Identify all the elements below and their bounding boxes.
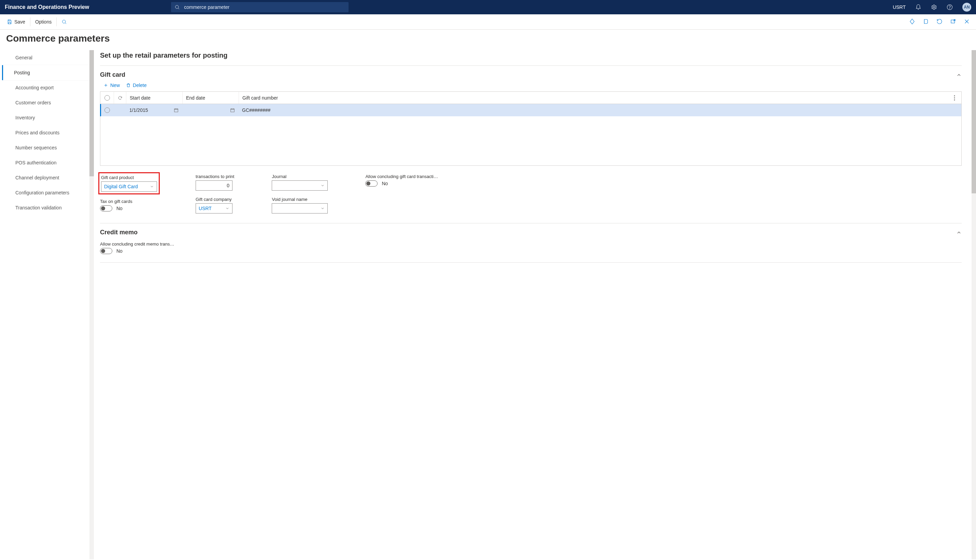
label-gift-card-product: Gift card product	[101, 175, 157, 180]
cell-gift-card-number[interactable]: GC########	[239, 104, 948, 116]
nav-item-pos-authentication[interactable]: POS authentication	[2, 155, 89, 170]
nav-item-inventory[interactable]: Inventory	[2, 110, 89, 125]
col-start-date[interactable]: Start date	[126, 92, 183, 104]
grid-more-icon[interactable]	[948, 95, 961, 101]
toggle-tax-on-gift-cards[interactable]	[100, 205, 112, 212]
svg-point-12	[954, 95, 955, 96]
content-scrollbar[interactable]	[971, 50, 976, 559]
highlight-gift-card-product: Gift card product Digital Gift Card	[98, 172, 160, 194]
chevron-down-icon	[321, 183, 325, 188]
svg-point-2	[933, 7, 935, 8]
svg-rect-19	[231, 109, 234, 112]
svg-line-6	[65, 23, 66, 24]
chevron-up-icon[interactable]	[956, 72, 962, 78]
nav-item-general[interactable]: General	[2, 50, 89, 65]
nav-item-posting[interactable]: Posting	[2, 65, 89, 80]
nav-item-number-sequences[interactable]: Number sequences	[2, 140, 89, 155]
label-tax-on-gift-cards: Tax on gift cards	[100, 199, 158, 204]
chevron-down-icon	[321, 206, 325, 210]
calendar-icon[interactable]	[174, 108, 179, 113]
chevron-down-icon	[150, 185, 154, 188]
attach-icon[interactable]	[909, 18, 915, 26]
svg-rect-15	[174, 109, 178, 112]
select-gift-card-product[interactable]: Digital Gift Card	[101, 182, 157, 192]
user-avatar[interactable]: AN	[963, 3, 971, 12]
input-transactions-to-print[interactable]: 0	[196, 180, 232, 191]
help-icon[interactable]	[947, 4, 953, 10]
section-credit-memo-title: Credit memo	[100, 229, 137, 236]
grid-new-button[interactable]: New	[104, 83, 120, 88]
svg-point-0	[175, 5, 179, 8]
content-heading: Set up the retail parameters for posting	[100, 52, 962, 59]
options-button[interactable]: Options	[32, 17, 55, 27]
col-gift-card-number[interactable]: Gift card number	[239, 92, 948, 104]
find-button[interactable]	[58, 17, 70, 27]
select-gift-card-company[interactable]: USRT	[196, 203, 232, 213]
nav-item-transaction-validation[interactable]: Transaction validation	[2, 200, 89, 215]
search-input[interactable]	[183, 4, 345, 10]
grid-refresh-button[interactable]	[114, 92, 126, 104]
nav-item-customer-orders[interactable]: Customer orders	[2, 95, 89, 110]
nav-item-prices-discounts[interactable]: Prices and discounts	[2, 125, 89, 140]
svg-point-14	[954, 99, 955, 100]
app-title: Finance and Operations Preview	[5, 4, 89, 10]
action-bar: Save Options	[0, 14, 976, 30]
label-journal: Journal	[272, 174, 328, 179]
chevron-up-icon[interactable]	[956, 230, 962, 235]
toggle-tax-value: No	[116, 206, 122, 211]
label-allow-concluding-gc: Allow concluding gift card transacti…	[365, 174, 438, 179]
select-journal[interactable]	[272, 180, 328, 191]
calendar-icon[interactable]	[230, 108, 235, 113]
search-icon	[174, 5, 180, 10]
section-gift-card-title: Gift card	[100, 71, 125, 78]
legal-entity-label[interactable]: USRT	[893, 5, 906, 10]
cell-start-date[interactable]: 1/1/2015	[126, 104, 182, 116]
toggle-allow-cm-value: No	[116, 248, 122, 254]
nav-item-accounting-export[interactable]: Accounting export	[2, 80, 89, 95]
svg-line-1	[178, 8, 179, 9]
col-end-date[interactable]: End date	[183, 92, 239, 104]
notifications-icon[interactable]	[915, 4, 921, 10]
nav-item-configuration-parameters[interactable]: Configuration parameters	[2, 185, 89, 200]
grid-row[interactable]: 1/1/2015 GC########	[100, 104, 961, 116]
toggle-allow-concluding-credit-memo[interactable]	[100, 248, 112, 254]
svg-point-13	[954, 97, 955, 98]
svg-point-5	[62, 20, 65, 23]
save-button[interactable]: Save	[3, 17, 29, 27]
settings-icon[interactable]	[931, 4, 937, 10]
gift-card-grid: Start date End date Gift card number 1/1…	[100, 92, 962, 166]
app-topbar: Finance and Operations Preview USRT AN	[0, 0, 976, 14]
page-title: Commerce parameters	[0, 30, 976, 50]
svg-point-4	[950, 8, 950, 9]
label-allow-concluding-credit-memo: Allow concluding credit memo trans…	[100, 242, 962, 247]
left-nav: General Posting Accounting export Custom…	[0, 50, 89, 559]
section-credit-memo: Credit memo Allow concluding credit memo…	[100, 227, 962, 254]
global-search[interactable]	[171, 2, 349, 12]
sidebar-scrollbar[interactable]	[89, 50, 94, 559]
row-select-radio[interactable]	[104, 107, 110, 113]
section-gift-card: Gift card New Delete	[100, 69, 962, 213]
toggle-allow-gc-value: No	[382, 181, 388, 186]
label-transactions-to-print: transactions to print	[196, 174, 234, 179]
label-void-journal-name: Void journal name	[272, 197, 328, 202]
office-icon[interactable]	[923, 18, 929, 26]
grid-delete-button[interactable]: Delete	[126, 83, 147, 88]
toggle-allow-concluding-gc[interactable]	[365, 180, 378, 187]
nav-item-channel-deployment[interactable]: Channel deployment	[2, 170, 89, 185]
col-select-all[interactable]	[100, 92, 114, 104]
popout-icon[interactable]	[950, 18, 956, 26]
close-icon[interactable]	[964, 18, 970, 26]
label-gift-card-company: Gift card company	[196, 197, 234, 202]
select-void-journal-name[interactable]	[272, 203, 328, 213]
chevron-down-icon	[225, 206, 229, 210]
refresh-icon[interactable]	[936, 18, 943, 26]
cell-end-date[interactable]	[182, 104, 239, 116]
